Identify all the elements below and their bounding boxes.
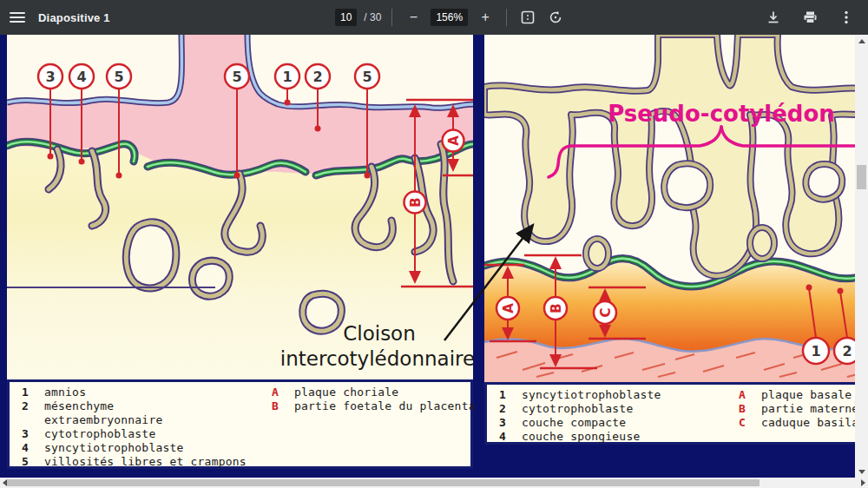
more-icon bbox=[845, 10, 848, 24]
download-button[interactable] bbox=[762, 7, 785, 28]
legend-item: 5villosités libres et crampons bbox=[22, 455, 247, 469]
zoom-out-button[interactable]: − bbox=[403, 7, 424, 28]
callout-number: 5 bbox=[114, 69, 123, 85]
callout-number: 5 bbox=[232, 69, 241, 85]
legend-numbers-column: 1syncytiotrophoblaste 2cytotrophoblaste … bbox=[499, 388, 661, 444]
callout-number: 2 bbox=[842, 343, 852, 359]
callout-number: 5 bbox=[362, 69, 372, 85]
left-slide-legend: 1amnios 2mésenchyme extraembryonnaire 3c… bbox=[7, 379, 473, 469]
legend-item: Aplaque basale bbox=[739, 388, 868, 402]
cloison-label-line2: intercotylédonnaire bbox=[280, 347, 473, 370]
measure-label-B: B bbox=[549, 303, 564, 313]
callout-number: 3 bbox=[45, 69, 55, 85]
toolbar-divider bbox=[506, 9, 507, 26]
print-icon bbox=[803, 10, 818, 24]
callout-number: 1 bbox=[282, 69, 292, 85]
right-slide-diagram: Pseudo-cotylédon A B C bbox=[484, 35, 868, 382]
measure-label-A: A bbox=[501, 303, 516, 313]
menu-button[interactable] bbox=[0, 0, 35, 35]
legend-item: 1syncytiotrophoblaste bbox=[499, 388, 661, 402]
rotate-button[interactable] bbox=[545, 7, 566, 28]
zoom-level[interactable]: 156% bbox=[431, 9, 468, 26]
legend-item: Aplaque choriale bbox=[272, 386, 476, 399]
legend-item: 3cytotrophoblaste bbox=[22, 427, 247, 441]
vertical-scrollbar[interactable] bbox=[855, 35, 868, 478]
more-options-button[interactable] bbox=[835, 7, 858, 28]
legend-letters-column: Aplaque basale Bpartie maternelle Ccaduq… bbox=[739, 388, 868, 430]
legend-numbers-column: 1amnios 2mésenchyme extraembryonnaire 3c… bbox=[22, 386, 247, 469]
menu-icon bbox=[10, 10, 25, 25]
left-slide-diagram: A B 3 4 5 bbox=[7, 35, 473, 379]
legend-letters-column: Aplaque choriale Bpartie foetale du plac… bbox=[272, 386, 476, 413]
zoom-in-button[interactable]: + bbox=[475, 7, 496, 28]
page-total: / 30 bbox=[364, 11, 381, 23]
measure-label-C: C bbox=[598, 307, 614, 317]
legend-item: 2cytotrophoblaste bbox=[499, 402, 661, 416]
toolbar: Diapositive 1 10 / 30 − 156% + bbox=[0, 0, 868, 35]
toolbar-divider bbox=[391, 9, 392, 26]
right-slide-legend: 1syncytiotrophoblaste 2cytotrophoblaste … bbox=[484, 382, 868, 445]
page-number-input[interactable]: 10 bbox=[335, 9, 357, 26]
pdf-viewer-app: Diapositive 1 10 / 30 − 156% + bbox=[0, 0, 868, 488]
page-zoom-controls: 10 / 30 − 156% + bbox=[335, 0, 566, 35]
fit-page-button[interactable] bbox=[517, 7, 538, 28]
horizontal-scroll-thumb[interactable] bbox=[7, 479, 760, 486]
rotate-icon bbox=[549, 10, 562, 24]
measure-label-A: A bbox=[446, 135, 462, 146]
measure-label-B: B bbox=[408, 197, 424, 207]
document-title: Diapositive 1 bbox=[38, 11, 110, 24]
horizontal-scrollbar[interactable] bbox=[0, 478, 868, 488]
scroll-down-arrow[interactable] bbox=[858, 470, 865, 474]
download-icon bbox=[766, 10, 780, 24]
fit-page-icon bbox=[521, 10, 535, 24]
callout-number: 2 bbox=[312, 69, 322, 85]
callout-number: 1 bbox=[811, 343, 820, 359]
legend-item: 4syncytiotrophoblaste bbox=[22, 441, 247, 455]
legend-item: Ccaduque basilaire bbox=[739, 416, 868, 430]
vertical-scroll-thumb[interactable] bbox=[857, 165, 866, 189]
callout-number: 4 bbox=[76, 69, 86, 85]
legend-item: Bpartie foetale du placenta bbox=[272, 399, 476, 413]
scroll-right-arrow[interactable] bbox=[861, 479, 865, 486]
pseudo-cotyledon-label: Pseudo-cotylédon bbox=[608, 101, 835, 127]
legend-item: 3couche compacte bbox=[499, 416, 661, 430]
legend-item: 4couche spongieuse bbox=[499, 430, 661, 444]
scroll-up-arrow[interactable] bbox=[858, 39, 865, 43]
legend-item: 1amnios bbox=[22, 386, 247, 399]
legend-item: Bpartie maternelle bbox=[739, 402, 868, 416]
print-button[interactable] bbox=[799, 7, 821, 28]
cloison-label-line1: Cloison bbox=[343, 322, 416, 345]
document-canvas[interactable]: A B 3 4 5 bbox=[0, 35, 868, 478]
legend-item-continued: extraembryonnaire bbox=[22, 413, 247, 427]
legend-item: 2mésenchyme bbox=[22, 399, 247, 413]
